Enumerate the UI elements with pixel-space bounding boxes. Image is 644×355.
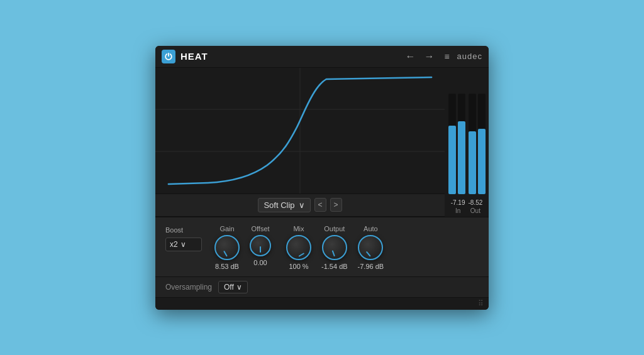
offset-knob[interactable] — [250, 235, 271, 256]
boost-label: Boost — [165, 226, 183, 234]
gain-control: Gain 8.53 dB — [214, 225, 240, 270]
oversampling-value: Off — [224, 283, 234, 292]
in-meter-pair — [448, 94, 465, 194]
mode-bar: Soft Clip ∨ < > — [155, 194, 445, 217]
out-meter-bar-right — [478, 94, 486, 194]
out-meter-fill-right — [478, 129, 486, 194]
in-meter-fill-right — [458, 121, 465, 194]
auto-control: Auto -7.96 dB — [358, 225, 384, 270]
meters-section: -7.19 In -8.52 Out — [445, 68, 489, 217]
power-button[interactable] — [162, 50, 175, 63]
menu-button[interactable]: ≡ — [440, 50, 453, 63]
bottom-bar: ⠿ — [155, 297, 489, 310]
mode-label: Soft Clip — [264, 200, 294, 210]
output-value: -1.54 dB — [321, 263, 348, 270]
auto-value: -7.96 dB — [358, 263, 384, 270]
offset-value: 0.00 — [253, 259, 267, 266]
output-knob-indicator — [331, 250, 335, 256]
gain-value: 8.53 dB — [215, 263, 239, 270]
boost-dropdown[interactable]: x2 ∨ — [165, 238, 202, 251]
oversampling-chevron-icon: ∨ — [236, 283, 242, 292]
output-control: Output -1.54 dB — [321, 225, 348, 270]
out-meter-pair — [469, 94, 486, 194]
output-label: Output — [324, 225, 345, 232]
boost-chevron-icon: ∨ — [180, 240, 186, 249]
gain-knob-indicator — [223, 250, 228, 256]
out-meter-fill-left — [469, 131, 476, 194]
in-meter-bar-right — [458, 94, 465, 194]
dropdown-chevron-icon: ∨ — [299, 200, 305, 210]
plugin-window: HEAT ← → ≡ audec — [155, 46, 489, 310]
boost-value: x2 — [170, 240, 178, 249]
brand-label: audec — [457, 52, 482, 61]
mix-control: Mix 100 % — [286, 225, 311, 270]
out-meter-group: -8.52 Out — [469, 199, 483, 214]
offset-control: Offset 0.00 — [250, 225, 271, 266]
mix-value: 100 % — [289, 263, 308, 270]
offset-knob-indicator — [260, 246, 261, 253]
plugin-title: HEAT — [180, 51, 397, 62]
mix-label: Mix — [293, 225, 304, 232]
auto-label: Auto — [364, 225, 378, 232]
nav-back-button[interactable]: ← — [402, 50, 418, 63]
header: HEAT ← → ≡ audec — [155, 46, 489, 68]
offset-label: Offset — [251, 225, 269, 232]
oversampling-section: Oversampling Off ∨ — [155, 276, 489, 297]
oversampling-label: Oversampling — [165, 283, 212, 292]
mode-dropdown[interactable]: Soft Clip ∨ — [258, 198, 310, 212]
resize-handle-icon[interactable]: ⠿ — [478, 299, 484, 308]
auto-knob-indicator — [366, 251, 371, 256]
mode-prev-button[interactable]: < — [314, 198, 326, 212]
meter-labels: -7.19 In -8.52 Out — [451, 199, 483, 214]
main-area: Soft Clip ∨ < > — [155, 68, 489, 217]
nav-controls: ← → ≡ audec — [402, 50, 482, 63]
in-meter-group: -7.19 In — [451, 199, 465, 214]
out-meter-value: -8.52 — [469, 199, 483, 206]
mix-knob-indicator — [299, 253, 305, 257]
gain-knob[interactable] — [214, 235, 240, 260]
mix-knob[interactable] — [286, 235, 311, 260]
out-meter-label: Out — [470, 207, 480, 214]
output-knob[interactable] — [322, 235, 347, 260]
graph-display — [155, 68, 445, 194]
graph-section: Soft Clip ∨ < > — [155, 68, 445, 217]
in-meter-value: -7.19 — [451, 199, 465, 206]
in-meter-label: In — [455, 207, 460, 214]
boost-group: Boost x2 ∨ — [165, 225, 202, 251]
meters-row — [448, 94, 486, 194]
auto-knob[interactable] — [358, 235, 383, 260]
in-meter-bar-left — [448, 94, 456, 194]
oversampling-dropdown[interactable]: Off ∨ — [218, 281, 248, 293]
controls-section: Boost x2 ∨ Gain 8.53 dB Offset 0.00 Mix — [155, 217, 489, 276]
out-meter-bar-left — [469, 94, 476, 194]
nav-forward-button[interactable]: → — [421, 50, 436, 63]
mode-next-button[interactable]: > — [330, 198, 342, 212]
gain-label: Gain — [219, 225, 234, 232]
in-meter-fill-left — [448, 126, 456, 194]
